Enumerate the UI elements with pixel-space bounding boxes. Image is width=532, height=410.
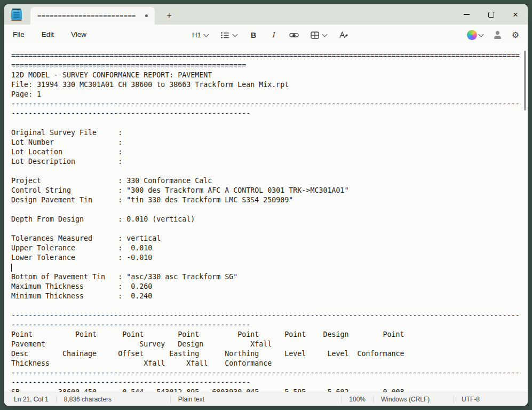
document-type-status: Plain text (171, 396, 212, 403)
new-tab-button[interactable]: + (162, 9, 176, 22)
editor-line[interactable] (11, 263, 522, 272)
title-bar: ======================== + ✕ (4, 4, 528, 25)
plus-icon: + (166, 11, 171, 20)
maximize-button[interactable] (479, 4, 503, 25)
chevron-down-icon (204, 31, 209, 37)
minimize-button[interactable] (454, 4, 479, 25)
copilot-dropdown[interactable] (463, 27, 487, 43)
character-count-status: 8,836 characters (57, 396, 170, 403)
maximize-icon (488, 12, 494, 18)
close-button[interactable]: ✕ (503, 4, 528, 25)
notepad-app-icon (11, 9, 22, 21)
vertical-scrollbar-thumb[interactable] (524, 51, 526, 111)
chevron-down-icon (322, 31, 328, 37)
editor-line[interactable] (11, 119, 522, 128)
formatting-toolbar: H1 B I (188, 27, 351, 43)
cursor-position-status: Ln 21, Col 1 (4, 396, 56, 403)
editor-line[interactable]: Maximum Thickness : 0.260 (11, 282, 522, 291)
notepad-window: ======================== + ✕ File Edit V… (4, 4, 528, 406)
editor-line[interactable] (11, 205, 522, 215)
italic-button[interactable]: I (266, 27, 282, 43)
editor-line[interactable]: Point Point Point Point Point Point Desi… (11, 330, 522, 340)
editor-line[interactable]: Desc Chainage Offset Easting Northing Le… (11, 349, 522, 359)
editor-line[interactable]: ----------------------------------------… (11, 320, 522, 330)
menu-edit[interactable]: Edit (35, 27, 60, 42)
chevron-down-icon (479, 31, 484, 37)
editor-line[interactable]: SB 38600.450 0.544 543012.895 6803930.04… (11, 388, 522, 392)
editor-line[interactable]: ----------------------------------------… (11, 311, 522, 320)
editor-line[interactable]: 12D MODEL - SURVEY CONFORMANCE REPORT: P… (11, 70, 522, 80)
editor-line[interactable]: Pavement Survey Design Xfall (11, 340, 522, 349)
editor-line[interactable]: Project : 330 Conformance Calc (11, 176, 522, 186)
editor-line[interactable] (11, 301, 522, 311)
heading-style-dropdown[interactable]: H1 (188, 27, 212, 43)
editor-line[interactable]: Original Survey File : (11, 128, 522, 138)
gear-icon: ⚙ (512, 31, 519, 40)
editor-line[interactable]: Control String : "300 des Trackform AFC … (11, 186, 522, 195)
editor-line[interactable] (11, 224, 522, 234)
menu-file[interactable]: File (6, 27, 31, 42)
window-controls: ✕ (454, 4, 528, 25)
editor-line[interactable]: ----------------------------------------… (11, 368, 522, 378)
editor-line[interactable]: Lot Number : (11, 138, 522, 147)
bold-button[interactable]: B (245, 27, 261, 43)
editor-line[interactable]: Depth From Design : 0.010 (vertical) (11, 215, 522, 224)
table-icon (311, 31, 319, 39)
zoom-level-status[interactable]: 100% (342, 396, 373, 403)
editor-line[interactable]: ----------------------------------------… (11, 378, 522, 388)
unsaved-changes-dot-icon (145, 14, 148, 17)
editor-line[interactable]: Page: 1 (11, 90, 522, 99)
tab-title: ======================== (37, 12, 141, 20)
insert-table-dropdown[interactable] (306, 27, 331, 43)
editor-line[interactable]: Upper Tolerance : 0.010 (11, 243, 522, 253)
clear-formatting-icon (339, 31, 348, 39)
italic-icon: I (273, 31, 275, 40)
editor-line[interactable]: Tolerances Measured : vertical (11, 234, 522, 243)
editor-line[interactable]: Lot Location : (11, 147, 522, 157)
list-dropdown[interactable] (217, 27, 241, 43)
person-icon (494, 31, 502, 39)
bullet-list-icon (221, 31, 229, 39)
account-button[interactable] (489, 27, 505, 43)
heading-label: H1 (192, 31, 201, 39)
editor-line[interactable]: Minimum Thickness : 0.240 (11, 291, 522, 301)
link-icon (289, 32, 299, 38)
menu-bar: File Edit View (6, 27, 93, 42)
line-ending-status: Windows (CRLF) (374, 396, 454, 403)
bold-icon: B (251, 31, 256, 40)
editor-line[interactable]: ----------------------------------------… (11, 109, 522, 119)
editor-line[interactable]: ========================================… (11, 51, 522, 61)
insert-link-button[interactable] (286, 27, 302, 43)
editor-content: ========================================… (11, 51, 522, 392)
editor-line[interactable]: Thickness Xfall Xfall Conformance (11, 359, 522, 368)
encoding-status: UTF-8 (454, 396, 487, 403)
editor-line[interactable]: Lower Tolerance : -0.010 (11, 253, 522, 263)
editor-line[interactable] (11, 167, 522, 176)
editor-line[interactable]: File: 31994 330 MC301A01 CH 38600 to 386… (11, 80, 522, 90)
clear-formatting-button[interactable] (335, 27, 351, 43)
editor-line[interactable]: Bottom of Pavement Tin : "asc/330 asc Tr… (11, 272, 522, 282)
status-bar: Ln 21, Col 1 8,836 characters Plain text… (4, 392, 528, 406)
settings-button[interactable]: ⚙ (507, 27, 523, 43)
toolbar-right: ⚙ (463, 27, 523, 43)
editor-line[interactable]: ========================================… (11, 61, 522, 70)
editor-line[interactable]: Lot Description : (11, 157, 522, 167)
chevron-down-icon (233, 31, 238, 37)
text-editor-area[interactable]: ========================================… (4, 45, 528, 392)
copilot-icon (467, 30, 477, 40)
document-tab[interactable]: ======================== (30, 7, 155, 25)
text-caret (11, 264, 12, 272)
menu-view[interactable]: View (65, 27, 93, 42)
menu-toolbar-row: File Edit View H1 (4, 25, 528, 45)
minimize-icon (464, 14, 470, 14)
close-icon: ✕ (513, 11, 519, 18)
editor-line[interactable]: ----------------------------------------… (11, 99, 522, 109)
editor-line[interactable]: Design Pavement Tin : "tin 330 des Track… (11, 195, 522, 205)
